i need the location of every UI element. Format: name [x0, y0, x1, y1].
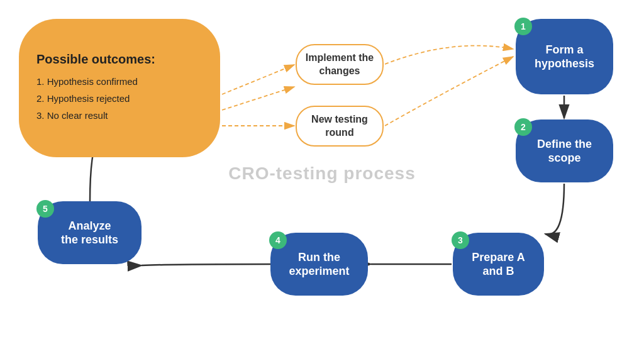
svg-line-6 — [222, 87, 294, 110]
node-implement-changes: Implement the changes — [296, 44, 384, 85]
outcomes-list: 1. Hypothesis confirmed 2. Hypothesis re… — [36, 73, 203, 124]
badge-4: 4 — [269, 231, 287, 249]
outcome-item-1: 1. Hypothesis confirmed — [36, 73, 203, 90]
diagram-container: Possible outcomes: 1. Hypothesis confirm… — [0, 0, 644, 339]
badge-3: 3 — [452, 231, 469, 249]
watermark-text: CRO-testing process — [228, 164, 416, 184]
outcomes-box: Possible outcomes: 1. Hypothesis confirm… — [19, 19, 220, 157]
badge-1: 1 — [514, 18, 532, 35]
svg-line-5 — [222, 65, 294, 94]
badge-5: 5 — [36, 200, 54, 218]
outcome-item-2: 2. Hypothesis rejected — [36, 90, 203, 107]
node-new-testing-round: New testing round — [296, 106, 384, 147]
badge-2: 2 — [514, 118, 532, 136]
outcomes-title: Possible outcomes: — [36, 52, 203, 67]
outcome-item-3: 3. No clear result — [36, 107, 203, 124]
